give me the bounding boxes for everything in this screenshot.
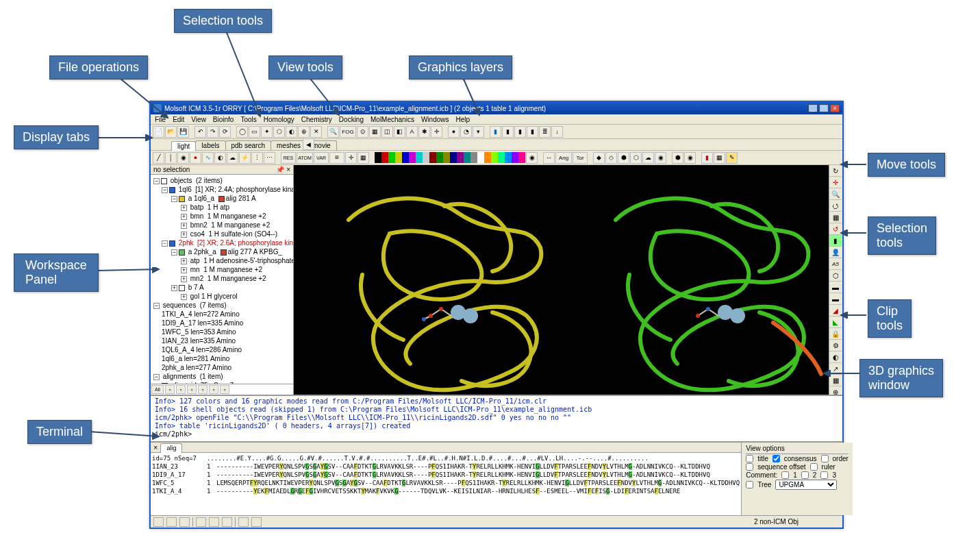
surf2-button[interactable]: ◐ [214,152,226,164]
sb8-button[interactable] [251,517,262,527]
color-swatch[interactable] [395,152,402,163]
color-swatch[interactable] [477,152,484,163]
color-swatch[interactable] [423,152,429,163]
tree-sequence[interactable]: 1WFC_5 len=353 Amino [152,327,292,336]
alignment-viewer[interactable]: id=75 nSeq=7........#E.Y....#G.G.....G.#… [151,453,741,515]
res-button[interactable]: RES [281,152,296,164]
ws-pin-icon[interactable]: 📌 × [276,166,290,173]
select-atom-button[interactable]: ✦ [261,126,273,138]
menu-homology[interactable]: Homology [264,116,294,123]
color-swatch[interactable] [484,152,491,163]
color-swatch[interactable] [443,152,450,163]
mol-button[interactable]: ⬢ [672,152,683,164]
open-button[interactable]: 📂 [165,126,177,138]
label-a-button[interactable]: A [406,126,418,138]
color-swatch[interactable] [436,152,443,163]
color-swatch[interactable] [512,152,518,163]
close-button[interactable]: × [830,104,840,112]
menu-view[interactable]: View [191,116,206,123]
color-swatch[interactable] [388,152,395,163]
mesh3-button[interactable]: ⬢ [618,152,629,164]
tree-ligand[interactable]: + batp 1 H atp [152,203,292,212]
minimize-button[interactable]: _ [808,104,818,112]
tree-ligand[interactable]: + bmn 1 M manganese +2 [152,212,292,221]
redo-button[interactable]: ↷ [207,126,218,138]
tree-ligand[interactable]: + cso4 1 H sulfate-ion (SO4--) [152,230,292,238]
cpk-button[interactable]: ● [190,152,201,164]
color-swatch[interactable] [457,152,464,163]
color-swatch[interactable] [450,152,457,163]
new-button[interactable]: 📄 [153,126,164,138]
mesh5-button[interactable]: ☁ [642,152,654,164]
menu-chemistry[interactable]: Chemistry [301,116,332,123]
select-expand-button[interactable]: ⊕ [298,126,310,138]
edit-button[interactable]: ✎ [726,152,738,164]
3d-graphics-window[interactable] [294,165,829,395]
tree-ligand[interactable]: + mn 1 M manganese +2 [152,265,292,274]
mol2-button[interactable]: ◉ [684,152,696,164]
sb6-button[interactable] [222,517,232,527]
tree-sequence[interactable]: 1ql6_a len=281 Amino [152,354,292,363]
center-button[interactable]: ⊙ [357,126,368,138]
select-clear-button[interactable]: ✕ [310,126,322,138]
color-swatch[interactable] [505,152,512,163]
menu-molmechanics[interactable]: MolMechanics [370,116,414,123]
ws-t2-button[interactable]: ▫ [176,385,186,394]
color-swatch[interactable] [518,152,525,163]
color-wheel-button[interactable]: ◉ [526,152,538,164]
refresh-button[interactable]: ⟳ [219,126,231,138]
layer4-button[interactable]: ▮ [527,126,538,138]
site-button[interactable]: ⊞ [329,152,344,164]
alignment-tab[interactable]: alig [160,443,182,453]
ws-t6-button[interactable]: ▫ [220,385,229,394]
mesh4-button[interactable]: ⬡ [630,152,642,164]
grid-button[interactable]: ▦ [357,152,369,164]
ws-t1-button[interactable]: ▫ [165,385,175,394]
order-checkbox[interactable] [821,455,829,462]
c3-checkbox[interactable] [820,471,828,479]
ruler-checkbox[interactable] [810,463,818,471]
tree-sequence[interactable]: 1QL6_A_4 len=286 Amino [152,345,292,354]
atom-button[interactable]: ATOM [297,152,313,164]
menu-bioinfo[interactable]: Bioinfo [213,116,234,123]
tab-light[interactable]: light [171,141,196,151]
menu-windows[interactable]: Windows [421,116,449,123]
select-invert-button[interactable]: ◐ [286,126,297,138]
depth-q-button[interactable]: ◧ [394,126,405,138]
mesh1-button[interactable]: ◆ [593,152,605,164]
sb1-button[interactable] [153,517,164,527]
persp-button[interactable]: ▦ [369,126,381,138]
zoom-button[interactable]: 🔍 [327,126,339,138]
hq-button[interactable]: ✱ [418,126,430,138]
color-swatch[interactable] [464,152,470,163]
tab-labels[interactable]: labels [195,140,225,150]
menu-file[interactable]: File [155,116,166,123]
slab-button[interactable]: ◫ [381,126,393,138]
tab-pdb-search[interactable]: pdb search [225,140,271,150]
color-swatch[interactable] [491,152,498,163]
select-rect-button[interactable]: ▭ [249,126,260,138]
ang-button[interactable]: Ang [555,152,572,164]
color-swatch[interactable] [498,152,505,163]
var-button[interactable]: VAR [314,152,329,164]
select-lasso-button[interactable]: ◯ [236,126,248,138]
surf-button[interactable]: ● [448,126,460,138]
ws-t5-button[interactable]: ▫ [209,385,218,394]
sb7-button[interactable] [238,517,249,527]
dist-button[interactable]: ↔ [543,152,555,164]
color-swatch[interactable] [429,152,436,163]
c2-checkbox[interactable] [801,471,809,479]
ws-all-button[interactable]: All [151,385,164,394]
stick-button[interactable]: │ [165,152,177,164]
layer5-button[interactable]: ≣ [539,126,551,138]
sb2-button[interactable] [166,517,177,527]
workspace-tree[interactable]: − objects (2 items) − 1ql6 [1] XR; 2.4A;… [151,175,293,384]
align-close-icon[interactable]: × [151,443,160,452]
sb3-button[interactable] [179,517,190,527]
color-palette[interactable] [375,152,525,163]
axes-button[interactable]: ✛ [431,126,442,138]
tree-mode-select[interactable]: UPGMA [775,480,837,490]
tree-sequence[interactable]: 1DI9_A_17 len=335 Amino [152,319,292,327]
color-swatch[interactable] [416,152,423,163]
tab-meshes[interactable]: meshes [271,140,307,150]
